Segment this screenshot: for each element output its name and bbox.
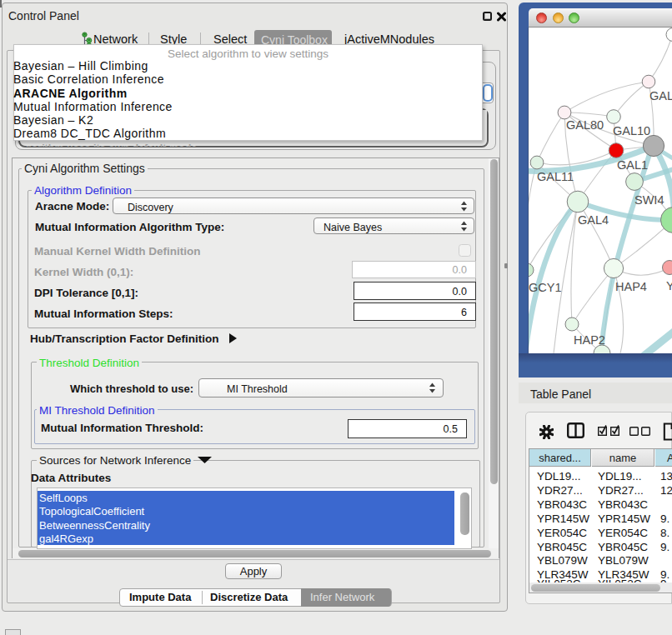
svg-text:HAP2: HAP2 bbox=[574, 333, 605, 347]
svg-text:GAL80: GAL80 bbox=[566, 118, 604, 132]
svg-text:Y: Y bbox=[666, 279, 672, 292]
svg-text:GAL10: GAL10 bbox=[613, 124, 650, 138]
svg-text:SWI4: SWI4 bbox=[634, 193, 664, 207]
svg-text:GAL: GAL bbox=[649, 89, 672, 102]
svg-text:GCY1: GCY1 bbox=[529, 281, 562, 294]
svg-text:HAP4: HAP4 bbox=[615, 280, 647, 293]
svg-text:GAL4: GAL4 bbox=[578, 213, 609, 227]
svg-text:GAL1: GAL1 bbox=[617, 158, 648, 172]
svg-text:GAL11: GAL11 bbox=[537, 170, 574, 183]
